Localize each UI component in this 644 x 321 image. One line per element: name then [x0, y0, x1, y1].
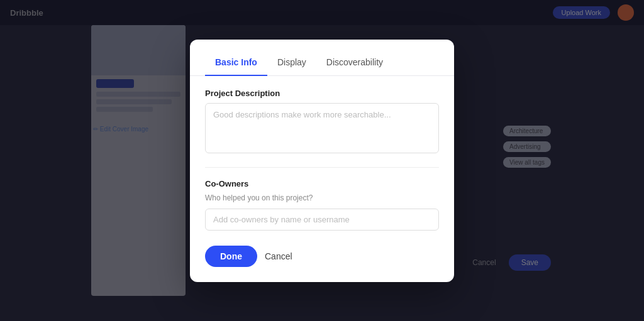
tab-basic-info[interactable]: Basic Info	[205, 52, 267, 76]
coowners-input[interactable]	[205, 209, 439, 231]
section-divider	[205, 167, 439, 168]
edit-project-modal: Basic Info Display Discoverability Proje…	[190, 40, 454, 282]
modal-overlay: Basic Info Display Discoverability Proje…	[0, 0, 644, 321]
done-button[interactable]: Done	[205, 246, 257, 267]
tab-discoverability[interactable]: Discoverability	[316, 52, 393, 76]
cancel-button[interactable]: Cancel	[265, 251, 292, 261]
project-description-input[interactable]	[205, 103, 439, 153]
coowners-label: Co-Owners	[205, 179, 439, 188]
project-description-label: Project Description	[205, 89, 439, 98]
modal-tabs: Basic Info Display Discoverability	[190, 40, 454, 76]
tab-display[interactable]: Display	[267, 52, 316, 76]
modal-footer: Done Cancel	[190, 246, 454, 282]
modal-body: Project Description Co-Owners Who helped…	[190, 76, 454, 246]
coowners-sublabel: Who helped you on this project?	[205, 193, 439, 202]
